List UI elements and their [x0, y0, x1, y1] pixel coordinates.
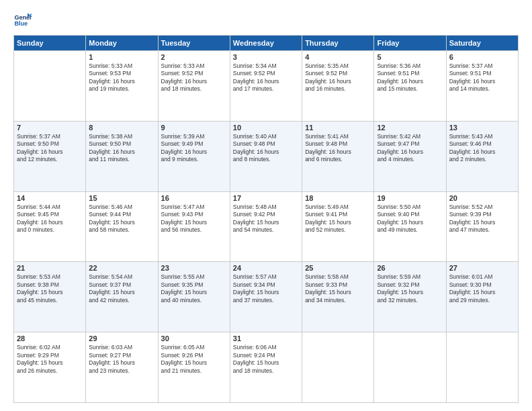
calendar-cell: 23Sunrise: 5:55 AM Sunset: 9:35 PM Dayli… [158, 262, 230, 332]
day-info: Sunrise: 5:34 AM Sunset: 9:52 PM Dayligh… [233, 62, 299, 93]
day-number: 26 [377, 264, 443, 272]
day-info: Sunrise: 5:36 AM Sunset: 9:51 PM Dayligh… [377, 62, 443, 93]
calendar-cell: 29Sunrise: 6:03 AM Sunset: 9:27 PM Dayli… [86, 332, 158, 403]
day-info: Sunrise: 5:33 AM Sunset: 9:52 PM Dayligh… [161, 62, 227, 93]
weekday-header-wednesday: Wednesday [230, 36, 302, 51]
day-info: Sunrise: 5:54 AM Sunset: 9:37 PM Dayligh… [89, 273, 154, 304]
day-info: Sunrise: 5:50 AM Sunset: 9:40 PM Dayligh… [377, 203, 443, 234]
calendar-cell: 1Sunrise: 5:33 AM Sunset: 9:53 PM Daylig… [86, 51, 158, 122]
day-info: Sunrise: 5:58 AM Sunset: 9:33 PM Dayligh… [305, 273, 371, 304]
calendar-cell: 13Sunrise: 5:43 AM Sunset: 9:46 PM Dayli… [446, 121, 518, 191]
day-number: 31 [233, 334, 299, 342]
calendar-cell: 12Sunrise: 5:42 AM Sunset: 9:47 PM Dayli… [374, 121, 446, 191]
calendar-cell: 27Sunrise: 6:01 AM Sunset: 9:30 PM Dayli… [446, 262, 518, 332]
day-info: Sunrise: 6:01 AM Sunset: 9:30 PM Dayligh… [449, 273, 515, 304]
day-number: 8 [89, 124, 154, 132]
week-row-2: 7Sunrise: 5:37 AM Sunset: 9:50 PM Daylig… [14, 121, 519, 191]
day-info: Sunrise: 6:03 AM Sunset: 9:27 PM Dayligh… [89, 344, 154, 375]
weekday-header-saturday: Saturday [446, 36, 518, 51]
day-info: Sunrise: 5:53 AM Sunset: 9:38 PM Dayligh… [17, 273, 83, 304]
week-row-3: 14Sunrise: 5:44 AM Sunset: 9:45 PM Dayli… [14, 191, 519, 262]
calendar-cell: 21Sunrise: 5:53 AM Sunset: 9:38 PM Dayli… [14, 262, 86, 332]
day-info: Sunrise: 5:49 AM Sunset: 9:41 PM Dayligh… [305, 203, 371, 234]
calendar-cell: 18Sunrise: 5:49 AM Sunset: 9:41 PM Dayli… [302, 191, 374, 262]
calendar-cell [374, 332, 446, 403]
calendar-cell: 3Sunrise: 5:34 AM Sunset: 9:52 PM Daylig… [230, 51, 302, 122]
calendar-cell: 10Sunrise: 5:40 AM Sunset: 9:48 PM Dayli… [230, 121, 302, 191]
week-row-1: 1Sunrise: 5:33 AM Sunset: 9:53 PM Daylig… [14, 51, 519, 122]
logo: General Blue [13, 11, 32, 30]
day-number: 5 [377, 53, 443, 61]
day-info: Sunrise: 5:47 AM Sunset: 9:43 PM Dayligh… [161, 203, 227, 234]
day-info: Sunrise: 5:42 AM Sunset: 9:47 PM Dayligh… [377, 133, 443, 164]
day-number: 15 [89, 194, 154, 202]
weekday-header-thursday: Thursday [302, 36, 374, 51]
calendar-cell: 26Sunrise: 5:59 AM Sunset: 9:32 PM Dayli… [374, 262, 446, 332]
week-row-4: 21Sunrise: 5:53 AM Sunset: 9:38 PM Dayli… [14, 262, 519, 332]
day-number: 30 [161, 334, 227, 342]
calendar-cell: 17Sunrise: 5:48 AM Sunset: 9:42 PM Dayli… [230, 191, 302, 262]
calendar-cell: 28Sunrise: 6:02 AM Sunset: 9:29 PM Dayli… [14, 332, 86, 403]
day-number: 27 [449, 264, 515, 272]
calendar-cell: 24Sunrise: 5:57 AM Sunset: 9:34 PM Dayli… [230, 262, 302, 332]
calendar-cell: 4Sunrise: 5:35 AM Sunset: 9:52 PM Daylig… [302, 51, 374, 122]
day-info: Sunrise: 5:37 AM Sunset: 9:51 PM Dayligh… [449, 62, 515, 93]
day-number: 28 [17, 334, 83, 342]
day-number: 9 [161, 124, 227, 132]
calendar-cell: 30Sunrise: 6:05 AM Sunset: 9:26 PM Dayli… [158, 332, 230, 403]
day-info: Sunrise: 5:40 AM Sunset: 9:48 PM Dayligh… [233, 133, 299, 164]
day-number: 1 [89, 53, 154, 61]
day-info: Sunrise: 5:37 AM Sunset: 9:50 PM Dayligh… [17, 133, 83, 164]
calendar-table: SundayMondayTuesdayWednesdayThursdayFrid… [13, 35, 519, 403]
day-number: 16 [161, 194, 227, 202]
day-info: Sunrise: 6:06 AM Sunset: 9:24 PM Dayligh… [233, 344, 299, 375]
day-info: Sunrise: 5:46 AM Sunset: 9:44 PM Dayligh… [89, 203, 154, 234]
calendar-cell: 9Sunrise: 5:39 AM Sunset: 9:49 PM Daylig… [158, 121, 230, 191]
calendar-cell [302, 332, 374, 403]
header: General Blue [13, 11, 519, 30]
day-number: 12 [377, 124, 443, 132]
calendar-cell: 31Sunrise: 6:06 AM Sunset: 9:24 PM Dayli… [230, 332, 302, 403]
day-number: 7 [17, 124, 83, 132]
day-info: Sunrise: 5:39 AM Sunset: 9:49 PM Dayligh… [161, 133, 227, 164]
calendar-cell: 5Sunrise: 5:36 AM Sunset: 9:51 PM Daylig… [374, 51, 446, 122]
day-number: 11 [305, 124, 371, 132]
day-number: 20 [449, 194, 515, 202]
calendar-cell: 11Sunrise: 5:41 AM Sunset: 9:48 PM Dayli… [302, 121, 374, 191]
day-info: Sunrise: 5:55 AM Sunset: 9:35 PM Dayligh… [161, 273, 227, 304]
page: General Blue SundayMondayTuesdayWednesda… [0, 0, 532, 411]
day-number: 22 [89, 264, 154, 272]
day-number: 2 [161, 53, 227, 61]
calendar-cell: 20Sunrise: 5:52 AM Sunset: 9:39 PM Dayli… [446, 191, 518, 262]
day-number: 19 [377, 194, 443, 202]
day-number: 14 [17, 194, 83, 202]
day-info: Sunrise: 5:33 AM Sunset: 9:53 PM Dayligh… [89, 62, 154, 93]
calendar-cell: 7Sunrise: 5:37 AM Sunset: 9:50 PM Daylig… [14, 121, 86, 191]
day-info: Sunrise: 5:41 AM Sunset: 9:48 PM Dayligh… [305, 133, 371, 164]
svg-text:Blue: Blue [14, 20, 28, 27]
day-info: Sunrise: 6:05 AM Sunset: 9:26 PM Dayligh… [161, 344, 227, 375]
day-number: 18 [305, 194, 371, 202]
day-number: 4 [305, 53, 371, 61]
week-row-5: 28Sunrise: 6:02 AM Sunset: 9:29 PM Dayli… [14, 332, 519, 403]
day-info: Sunrise: 5:52 AM Sunset: 9:39 PM Dayligh… [449, 203, 515, 234]
calendar-cell: 25Sunrise: 5:58 AM Sunset: 9:33 PM Dayli… [302, 262, 374, 332]
day-info: Sunrise: 5:38 AM Sunset: 9:50 PM Dayligh… [89, 133, 154, 164]
day-number: 6 [449, 53, 515, 61]
calendar-cell: 15Sunrise: 5:46 AM Sunset: 9:44 PM Dayli… [86, 191, 158, 262]
weekday-header-sunday: Sunday [14, 36, 86, 51]
day-info: Sunrise: 5:44 AM Sunset: 9:45 PM Dayligh… [17, 203, 83, 234]
day-info: Sunrise: 5:35 AM Sunset: 9:52 PM Dayligh… [305, 62, 371, 93]
day-number: 17 [233, 194, 299, 202]
weekday-header-row: SundayMondayTuesdayWednesdayThursdayFrid… [14, 36, 519, 51]
day-number: 3 [233, 53, 299, 61]
calendar-cell: 19Sunrise: 5:50 AM Sunset: 9:40 PM Dayli… [374, 191, 446, 262]
day-number: 10 [233, 124, 299, 132]
calendar-cell: 14Sunrise: 5:44 AM Sunset: 9:45 PM Dayli… [14, 191, 86, 262]
logo-icon: General Blue [13, 11, 32, 30]
day-info: Sunrise: 5:57 AM Sunset: 9:34 PM Dayligh… [233, 273, 299, 304]
day-info: Sunrise: 5:59 AM Sunset: 9:32 PM Dayligh… [377, 273, 443, 304]
day-number: 13 [449, 124, 515, 132]
calendar-cell: 16Sunrise: 5:47 AM Sunset: 9:43 PM Dayli… [158, 191, 230, 262]
day-info: Sunrise: 5:48 AM Sunset: 9:42 PM Dayligh… [233, 203, 299, 234]
